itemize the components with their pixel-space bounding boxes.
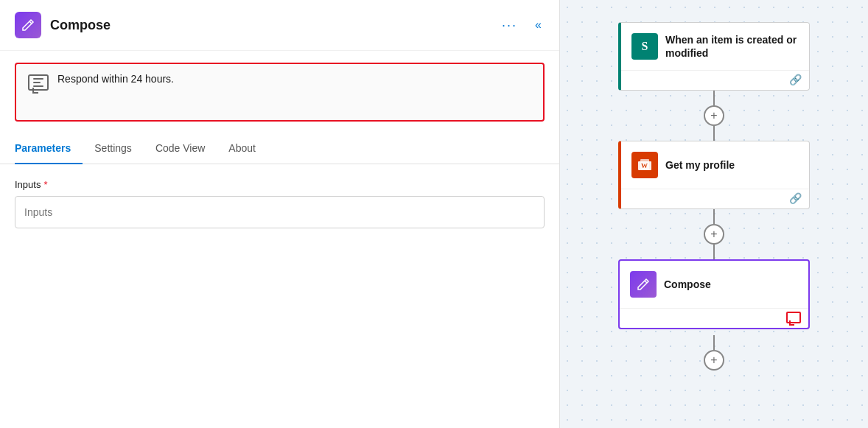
- flow-node-get-profile[interactable]: W Get my profile 🔗: [618, 141, 810, 209]
- connector-1: +: [704, 91, 724, 141]
- node-trigger-header: S When an item is created or modified: [621, 23, 809, 70]
- node-trigger-title: When an item is created or modified: [665, 33, 799, 60]
- panel-header: Compose ··· «: [0, 0, 559, 51]
- compose-header-icon: [15, 12, 41, 38]
- connector-line-2b: [713, 245, 715, 259]
- add-step-button-bottom[interactable]: +: [704, 350, 724, 371]
- add-step-button-2[interactable]: +: [704, 224, 724, 245]
- connector-line-1b: [713, 126, 715, 141]
- node-trigger-footer: 🔗: [621, 70, 809, 90]
- flow-container: S When an item is created or modified 🔗 …: [618, 22, 810, 371]
- form-area: Inputs *: [0, 164, 559, 428]
- add-step-button-1[interactable]: +: [704, 105, 724, 126]
- tab-code-view[interactable]: Code View: [144, 133, 217, 164]
- tab-settings[interactable]: Settings: [83, 133, 144, 164]
- header-actions: ··· «: [496, 15, 545, 36]
- flow-node-trigger[interactable]: S When an item is created or modified 🔗: [618, 22, 810, 91]
- node-compose-header: Compose: [620, 261, 808, 308]
- node-get-profile-footer: 🔗: [621, 189, 809, 208]
- inputs-label: Inputs *: [15, 179, 545, 190]
- note-icon: [28, 74, 49, 91]
- connector-2: +: [704, 209, 724, 259]
- connector-line-bottom: [713, 335, 715, 350]
- inputs-field[interactable]: [15, 196, 545, 228]
- left-panel: Compose ··· « Respond within 24 hours. P…: [0, 0, 560, 428]
- required-indicator: *: [43, 179, 47, 190]
- note-text: Respond within 24 hours.: [57, 73, 174, 85]
- right-panel: S When an item is created or modified 🔗 …: [560, 0, 868, 428]
- tab-parameters[interactable]: Parameters: [15, 133, 83, 164]
- sharepoint-icon: S: [631, 33, 658, 60]
- link-icon-get-profile: 🔗: [789, 192, 802, 204]
- compose-node-icon: [630, 271, 657, 298]
- flow-node-compose[interactable]: Compose: [618, 259, 810, 329]
- svg-text:W: W: [641, 162, 648, 169]
- link-icon-trigger: 🔗: [789, 74, 802, 85]
- tabs-bar: Parameters Settings Code View About: [0, 133, 559, 164]
- office-icon: W: [631, 152, 658, 178]
- node-get-profile-header: W Get my profile: [621, 141, 809, 189]
- connector-line-2: [713, 209, 715, 224]
- node-get-profile-title: Get my profile: [665, 158, 735, 172]
- node-compose-title: Compose: [664, 278, 711, 291]
- connector-line-1: [713, 91, 715, 105]
- collapse-button[interactable]: «: [532, 15, 545, 35]
- note-small-icon-compose: [786, 312, 801, 323]
- more-options-button[interactable]: ···: [496, 15, 523, 36]
- connector-bottom: +: [704, 335, 724, 371]
- tab-about[interactable]: About: [217, 133, 267, 164]
- node-compose-footer: [620, 308, 808, 328]
- panel-title: Compose: [50, 18, 487, 33]
- note-box: Respond within 24 hours.: [15, 63, 545, 122]
